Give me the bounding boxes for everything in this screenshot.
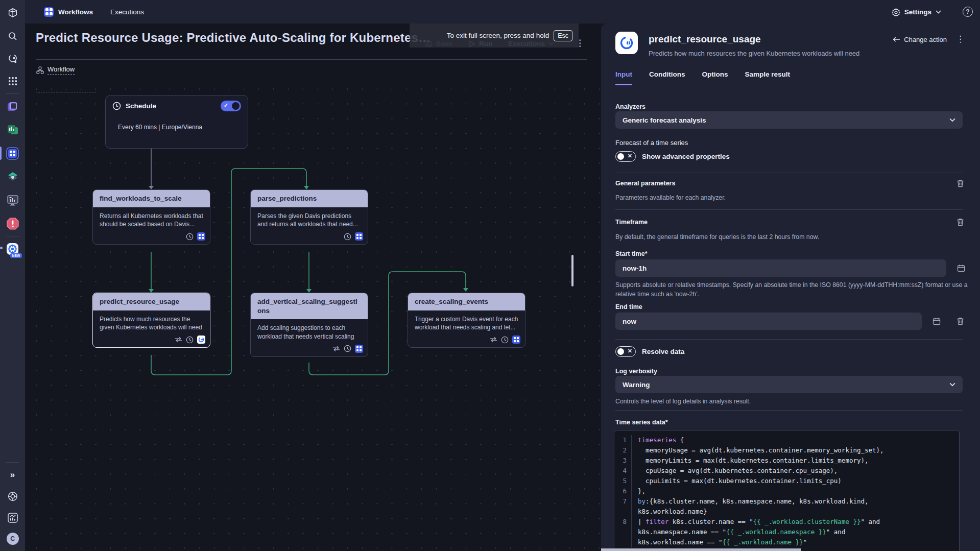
analyzer-select[interactable]: Generic forecast analysis	[615, 111, 963, 129]
problems-app-icon[interactable]	[5, 216, 20, 231]
app-action-icon	[355, 345, 363, 353]
workflow-title: Predict Resource Usage: Predictive Auto-…	[36, 31, 431, 45]
node-create-scaling-events[interactable]: create_scaling_events Trigger a custom D…	[408, 293, 525, 348]
end-time-calendar-button[interactable]	[930, 315, 943, 328]
active-app-indicator	[0, 147, 2, 160]
loop-icon	[332, 346, 340, 352]
app-action-icon	[197, 232, 205, 241]
clouds-app-icon[interactable]	[5, 99, 20, 114]
node-predict-resource-usage[interactable]: predict_resource_usage Predicts how much…	[92, 293, 210, 348]
delete-general-parameters-button[interactable]	[953, 177, 967, 190]
davis-copilot-icon[interactable]	[5, 51, 20, 66]
app-grid-icon[interactable]	[5, 74, 20, 89]
schedule-enabled-toggle[interactable]: ✓	[221, 101, 241, 111]
clock-icon	[186, 336, 194, 344]
end-time-input[interactable]: now	[615, 313, 922, 330]
nav-executions[interactable]: Executions	[110, 8, 144, 16]
user-avatar[interactable]: C	[7, 533, 19, 545]
tab-sample-result[interactable]: Sample result	[745, 70, 791, 85]
workflow-canvas[interactable]: Predict Resource Usage: Predictive Auto-…	[25, 23, 601, 551]
node-find-workloads-to-scale[interactable]: find_workloads_to_scale Returns all Kube…	[92, 189, 210, 245]
clock-icon	[344, 345, 351, 352]
fullscreen-tooltip: To exit full screen, press and hold Esc	[410, 23, 579, 47]
workflows-app-icon[interactable]	[5, 146, 20, 161]
panel-title: predict_resource_usage	[649, 34, 761, 45]
forecast-text: Forecast of a time series	[615, 139, 688, 147]
tab-options[interactable]: Options	[702, 70, 728, 85]
help-question-icon[interactable]: ?	[963, 7, 973, 17]
code-line: 8| filter k8s.cluster.name == "{{ _.work…	[614, 517, 959, 527]
title-divider	[36, 59, 587, 60]
schedule-detail: Every 60 mins | Europe/Vienna	[106, 116, 248, 131]
panel-tabs: Input Conditions Options Sample result	[615, 70, 790, 85]
davis-action-icon	[197, 336, 205, 344]
gear-icon[interactable]	[892, 8, 900, 16]
show-advanced-toggle[interactable]: ✕	[615, 151, 636, 162]
loop-icon	[490, 337, 497, 343]
line-number	[614, 527, 632, 537]
analyzers-label: Analyzers	[615, 103, 646, 110]
tooltip-text: To exit full screen, press and hold	[447, 32, 549, 39]
davis-app-icon	[615, 32, 638, 54]
back-arrow-icon	[893, 37, 900, 42]
log-verbosity-label: Log verbosity	[615, 368, 657, 375]
node-title: parse_predictions	[251, 190, 368, 207]
time-series-data-label: Time series data*	[615, 419, 668, 426]
line-number: 1	[614, 435, 632, 445]
panel-kebab-menu[interactable]: ⋮	[956, 34, 965, 44]
search-icon[interactable]	[5, 29, 20, 44]
schedule-title: Schedule	[126, 102, 216, 110]
workflows-nav-icon[interactable]	[44, 7, 54, 17]
nav-workflows[interactable]: Workflows	[58, 8, 93, 16]
line-number: 8	[614, 517, 632, 527]
node-title: create_scaling_events	[408, 293, 525, 310]
dashed-region-edge	[36, 92, 96, 92]
expand-rail-icon[interactable]: »	[5, 467, 20, 483]
node-schedule[interactable]: Schedule ✓ Every 60 mins | Europe/Vienna	[105, 95, 248, 149]
workflow-branch-icon	[36, 66, 44, 74]
start-time-help: Supports absolute or relative timestamps…	[615, 281, 968, 299]
chevron-down-icon	[949, 118, 955, 122]
app-action-icon	[512, 336, 520, 344]
code-line: 3 memoryLimits = max(dt.kubernetes.conta…	[614, 456, 959, 466]
general-parameters-desc: Parameters available for each analyzer.	[615, 194, 968, 203]
resolve-data-toggle-row: ✕ Resolve data	[615, 346, 684, 357]
action-config-panel: predict_resource_usage Predicts how much…	[601, 23, 980, 551]
hosts-app-icon[interactable]	[5, 193, 20, 208]
chevron-down-icon	[949, 382, 955, 387]
loop-icon	[175, 337, 182, 343]
app-action-icon	[355, 232, 363, 241]
services-app-icon[interactable]	[5, 169, 20, 184]
esc-key: Esc	[554, 30, 572, 41]
delete-end-time-button[interactable]	[953, 315, 967, 328]
help-icon[interactable]	[5, 489, 20, 504]
start-time-calendar-button[interactable]	[954, 261, 968, 275]
tab-input[interactable]: Input	[615, 70, 632, 85]
line-number: 5	[614, 476, 632, 486]
resolve-data-toggle[interactable]: ✕	[615, 346, 636, 357]
canvas-scrollbar-thumb[interactable]	[571, 255, 573, 286]
change-action-button[interactable]: Change action	[893, 36, 947, 43]
metrics-app-icon[interactable]	[5, 122, 20, 137]
clock-icon	[344, 233, 351, 241]
code-rows: 1timeseries {2 memoryUsage = avg(dt.kube…	[614, 430, 959, 547]
bottom-scrollbar-thumb[interactable]	[601, 548, 801, 551]
clock-icon	[186, 233, 194, 241]
line-number: 3	[614, 456, 632, 466]
dynatrace-logo-icon[interactable]	[5, 5, 20, 20]
log-verbosity-select[interactable]: Warning	[615, 376, 963, 393]
delete-timeframe-button[interactable]	[953, 215, 967, 229]
new-badge: NEW	[10, 253, 21, 258]
start-time-input[interactable]: now-1h	[615, 259, 946, 277]
panel-subtitle: Predicts how much resources the given Ku…	[649, 50, 859, 57]
top-navbar: Workflows Executions Settings ?	[25, 0, 980, 23]
chevron-down-icon[interactable]	[936, 10, 941, 14]
tab-conditions[interactable]: Conditions	[649, 70, 685, 85]
usage-icon[interactable]	[5, 510, 20, 525]
node-parse-predictions[interactable]: parse_predictions Parses the given Davis…	[250, 189, 368, 245]
dql-code-editor[interactable]: 1timeseries {2 memoryUsage = avg(dt.kube…	[614, 430, 960, 551]
workflow-tab[interactable]: Workflow	[36, 65, 75, 75]
nav-settings[interactable]: Settings	[904, 8, 931, 16]
node-add-vertical-scaling-suggestions[interactable]: add_vertical_scaling_suggestions Add sca…	[250, 293, 368, 357]
kubernetes-app-icon[interactable]: NEW	[5, 241, 20, 256]
